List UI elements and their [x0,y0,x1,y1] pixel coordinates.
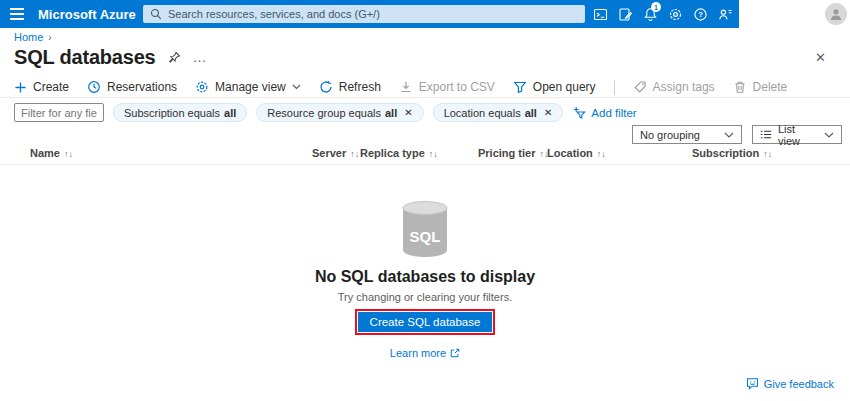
add-filter-button[interactable]: Add filter [572,106,636,119]
assign-tags-button: Assign tags [633,80,715,94]
chevron-down-icon [824,132,834,138]
feedback-smiley-icon [746,377,759,390]
notification-count-badge: 1 [651,2,661,12]
topbar-icon-group: 1 ? [589,0,737,28]
add-filter-icon [572,106,586,119]
title-row: SQL databases … ✕ [14,44,836,70]
column-header-name[interactable]: Name↑↓ [30,147,73,159]
view-select[interactable]: List view [752,125,842,144]
filter-pill-location[interactable]: Location equals all ✕ [433,103,564,122]
chevron-down-icon [724,132,734,138]
list-view-icon [760,129,772,140]
sort-icon: ↑↓ [429,149,438,159]
download-icon [399,80,413,94]
refresh-icon [319,80,333,94]
breadcrumb: Home › [14,31,52,43]
command-bar: Create Reservations Manage view Refresh … [14,78,836,96]
gear-icon [668,7,683,22]
help-icon: ? [693,7,708,22]
pin-button[interactable] [168,51,181,64]
reservations-button[interactable]: Reservations [87,80,177,94]
directory-filter-icon [618,7,633,22]
pin-icon [168,51,181,64]
column-header-location[interactable]: Location↑↓ [547,147,606,159]
settings-button[interactable] [664,0,687,28]
delete-button: Delete [733,80,788,94]
feedback-person-icon [718,7,733,22]
sort-icon: ↑↓ [763,149,772,159]
topbar: Microsoft Azure 1 [0,0,850,28]
page-title: SQL databases [14,46,156,69]
filter-row: Subscription equals all Resource group e… [14,103,637,122]
notifications-button[interactable]: 1 [639,0,662,28]
remove-filter-icon[interactable]: ✕ [404,107,412,118]
sort-icon: ↑↓ [64,149,73,159]
external-link-icon [450,348,460,358]
help-button[interactable]: ? [689,0,712,28]
column-header-subscription[interactable]: Subscription↑↓ [692,147,772,159]
more-actions-button[interactable]: … [193,49,208,65]
remove-filter-icon[interactable]: ✕ [544,107,552,118]
column-header-replica-type[interactable]: Replica type↑↓ [360,147,438,159]
refresh-button[interactable]: Refresh [319,80,381,94]
breadcrumb-separator: › [48,32,51,43]
grouping-select[interactable]: No grouping [632,125,742,144]
plus-icon [14,81,27,94]
column-header-pricing-tier[interactable]: Pricing tier↑↓ [478,147,548,159]
close-blade-button[interactable]: ✕ [811,46,830,69]
open-query-button[interactable]: Open query [513,80,596,94]
tag-icon [633,80,647,94]
give-feedback-button[interactable]: Give feedback [746,377,834,390]
sort-icon: ↑↓ [597,149,606,159]
avatar[interactable] [825,3,847,25]
create-sql-database-button[interactable]: Create SQL database [358,312,493,332]
portal-menu-button[interactable] [0,0,34,28]
global-search-input[interactable] [168,8,578,20]
close-icon: ✕ [815,50,826,65]
clock-icon [87,80,101,94]
create-button[interactable]: Create [14,80,69,94]
cloud-shell-button[interactable] [589,0,612,28]
sort-icon: ↑↓ [350,149,359,159]
search-icon [150,8,162,20]
column-header-server[interactable]: Server↑↓ [312,147,359,159]
svg-text:SQL: SQL [410,228,441,245]
global-search[interactable] [143,5,585,23]
azure-brand-link[interactable]: Microsoft Azure [38,0,136,28]
table-header: Name↑↓ Server↑↓ Replica type↑↓ Pricing t… [0,147,850,165]
gear-icon [195,80,209,94]
svg-text:?: ? [698,10,703,19]
sql-database-icon: SQL [399,200,451,258]
trash-icon [733,80,747,94]
chevron-down-icon [292,84,301,90]
feedback-button[interactable] [714,0,737,28]
learn-more-link[interactable]: Learn more [390,347,460,359]
directories-subscriptions-button[interactable] [614,0,637,28]
empty-state-title: No SQL databases to display [315,268,535,286]
empty-state: SQL No SQL databases to display Try chan… [0,200,850,359]
cloud-shell-icon [593,7,608,22]
account-info[interactable] [739,0,850,28]
toolbar-separator [614,80,615,95]
toolbar-divider [0,97,850,98]
open-query-icon [513,80,527,94]
export-csv-button: Export to CSV [399,80,495,94]
breadcrumb-home-link[interactable]: Home [14,31,43,43]
filter-any-field-input[interactable] [14,103,104,122]
filter-pill-resource-group[interactable]: Resource group equals all ✕ [256,103,423,122]
empty-state-subtitle: Try changing or clearing your filters. [338,291,512,303]
filter-pill-subscription[interactable]: Subscription equals all [113,103,247,122]
manage-view-button[interactable]: Manage view [195,80,301,94]
